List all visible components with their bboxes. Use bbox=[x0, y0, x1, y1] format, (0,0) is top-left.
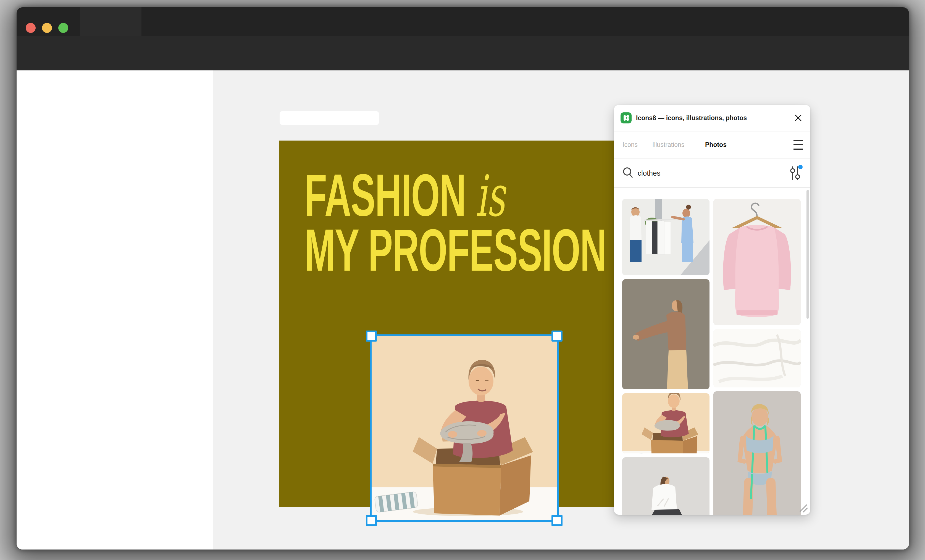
tabs-row: Icons Illustrations Photos bbox=[614, 131, 811, 158]
photo-result-tile[interactable] bbox=[713, 391, 801, 515]
photo-result-tile[interactable] bbox=[713, 199, 801, 325]
clothes-rack-photo bbox=[622, 199, 710, 275]
search-row bbox=[614, 159, 811, 187]
white-fabric-photo bbox=[713, 329, 801, 387]
headline-line-1: FASHION is bbox=[304, 168, 606, 223]
close-traffic-light-button[interactable] bbox=[26, 23, 36, 33]
photo-result-tile[interactable] bbox=[622, 393, 710, 453]
photo-result-tile[interactable] bbox=[622, 457, 710, 515]
workspace: FASHION is MY PROFESSION bbox=[17, 71, 909, 549]
close-panel-button[interactable] bbox=[792, 113, 804, 123]
empty-text-placeholder[interactable] bbox=[280, 111, 379, 125]
close-icon bbox=[794, 114, 802, 122]
tab-illustrations[interactable]: Illustrations bbox=[652, 131, 684, 158]
hamburger-menu-icon bbox=[794, 140, 803, 150]
pink-sweater-photo bbox=[713, 199, 801, 325]
left-sidebar-area bbox=[17, 71, 213, 549]
man-with-box-photo-thumb bbox=[622, 393, 710, 453]
tab-photos[interactable]: Photos bbox=[705, 131, 727, 158]
zoom-traffic-light-button[interactable] bbox=[58, 23, 68, 33]
selection-handle-ne[interactable] bbox=[551, 330, 562, 342]
panel-scrollbar[interactable] bbox=[806, 190, 809, 319]
headline-line-2: MY PROFESSION bbox=[304, 223, 606, 277]
minimize-traffic-light-button[interactable] bbox=[42, 23, 52, 33]
panel-header: Icons8 — icons, illustrations, photos bbox=[614, 105, 811, 131]
folding-clothes-photo bbox=[622, 457, 710, 515]
man-with-box-photo bbox=[371, 336, 557, 521]
panel-title: Icons8 — icons, illustrations, photos bbox=[636, 105, 747, 131]
photo-result-tile[interactable] bbox=[622, 279, 710, 389]
filter-sliders-icon bbox=[786, 165, 805, 182]
search-input[interactable] bbox=[637, 159, 754, 188]
measuring-tape-photo bbox=[713, 391, 801, 515]
icons8-logo-icon bbox=[621, 113, 631, 123]
app-window: FASHION is MY PROFESSION bbox=[17, 7, 909, 549]
toolbar bbox=[17, 36, 909, 71]
photo-results-grid bbox=[614, 188, 811, 515]
filter-active-badge bbox=[798, 165, 803, 169]
panel-menu-button[interactable] bbox=[792, 139, 804, 150]
icons8-panel: Icons8 — icons, illustrations, photos Ic… bbox=[614, 105, 811, 515]
selected-image[interactable] bbox=[371, 336, 557, 521]
selection-handle-sw[interactable] bbox=[366, 515, 377, 526]
photo-result-tile[interactable] bbox=[713, 329, 801, 387]
selection-handle-se[interactable] bbox=[551, 515, 562, 526]
tab-icons[interactable]: Icons bbox=[622, 131, 638, 158]
titlebar-tab[interactable] bbox=[80, 7, 142, 36]
photo-result-tile[interactable] bbox=[622, 199, 710, 275]
brown-hoodie-photo bbox=[622, 279, 710, 389]
selection-handle-nw[interactable] bbox=[366, 330, 377, 342]
filter-button[interactable] bbox=[786, 165, 805, 182]
search-icon bbox=[622, 167, 634, 179]
panel-resize-handle[interactable] bbox=[797, 502, 808, 513]
titlebar bbox=[17, 7, 909, 36]
